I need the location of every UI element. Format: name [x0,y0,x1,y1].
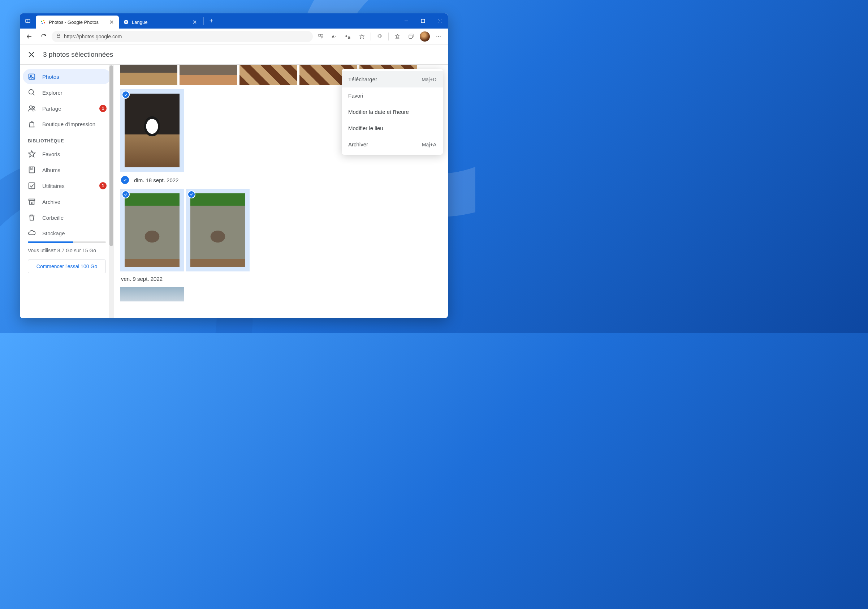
storage-bar [28,241,106,243]
photo-thumbnail-selected[interactable] [186,189,250,272]
cloud-icon [28,229,36,238]
photo-thumbnail[interactable] [239,65,297,85]
svg-point-35 [33,107,35,109]
svg-text:G: G [125,20,127,24]
nav-label: Explorer [42,90,62,96]
url-text: https://photos.google.com [64,34,122,39]
library-header: BIBLIOTHÈQUE [23,133,111,146]
photo-thumbnail-selected[interactable] [120,189,184,272]
titlebar: Photos - Google Photos G Langue + [20,13,448,28]
check-icon [188,191,195,199]
favorites-list-icon[interactable] [391,30,404,43]
tab-title: Langue [132,20,147,25]
svg-rect-15 [321,34,323,36]
menu-item-modifier-date[interactable]: Modifier la date et l'heure [342,104,443,120]
browser-tab-active[interactable]: Photos - Google Photos [36,16,119,28]
lock-icon [56,33,61,39]
storage-cta-button[interactable]: Commencer l'essai 100 Go [28,259,106,273]
more-menu-icon[interactable] [432,30,445,43]
menu-label: Modifier la date et l'heure [348,109,409,115]
close-selection-button[interactable] [27,50,36,59]
storage-usage-text: Vous utilisez 8,7 Go sur 15 Go [28,247,106,255]
svg-rect-38 [29,183,35,189]
translate-icon[interactable]: aあ [342,30,355,43]
favorites-star-icon[interactable] [355,30,369,43]
nav-label: Photos [42,74,59,80]
svg-marker-36 [28,151,35,157]
check-icon [122,91,130,99]
menu-item-favori[interactable]: Favori [342,87,443,104]
sidebar-item-photos[interactable]: Photos [23,69,111,84]
menu-item-archiver[interactable]: Archiver Maj+A [342,136,443,152]
menu-shortcut: Maj+A [422,142,436,148]
check-icon [122,191,130,199]
google-photos-icon [40,19,46,25]
storage-label: Stockage [42,230,65,236]
trash-icon [28,214,36,222]
new-tab-button[interactable]: + [205,13,217,28]
storage-section: Stockage Vous utilisez 8,7 Go sur 15 Go … [23,226,111,278]
svg-rect-0 [26,19,30,22]
minimize-button[interactable] [398,13,415,28]
sidebar-item-corbeille[interactable]: Corbeille [23,210,111,225]
sidebar: Photos Explorer Partage 1 Boutique d'imp… [20,65,114,318]
archive-icon [28,198,36,206]
sidebar-item-explorer[interactable]: Explorer [23,85,111,100]
address-bar[interactable]: https://photos.google.com [52,31,313,42]
back-button[interactable] [23,30,36,43]
tab-close-button[interactable] [192,19,198,25]
svg-text:A: A [332,34,334,38]
menu-item-telecharger[interactable]: Télécharger Maj+D [342,71,443,87]
tab-actions-button[interactable] [20,13,36,28]
sidebar-item-archive[interactable]: Archive [23,194,111,209]
photo-thumbnail[interactable] [120,65,177,85]
check-icon [121,176,129,184]
menu-item-modifier-lieu[interactable]: Modifier le lieu [342,120,443,136]
nav-label: Archive [42,199,60,205]
date-label: dim. 18 sept. 2022 [134,177,178,183]
nav-label: Albums [42,167,60,173]
read-aloud-icon[interactable]: A [328,30,341,43]
sidebar-scrollbar[interactable] [109,65,114,318]
photo-thumbnail[interactable] [120,287,184,301]
content-area: Photos Explorer Partage 1 Boutique d'imp… [20,65,448,318]
sidebar-item-utilitaires[interactable]: Utilitaires 1 [23,178,111,193]
refresh-button[interactable] [37,30,50,43]
photo-thumbnail[interactable] [180,65,237,85]
nav-label: Corbeille [42,215,64,221]
svg-point-25 [436,36,437,37]
browser-tab-inactive[interactable]: G Langue [119,16,202,28]
svg-point-31 [30,75,31,77]
nav-label: Partage [42,106,61,112]
extensions-icon[interactable] [373,30,386,43]
sidebar-item-favoris[interactable]: Favoris [23,146,111,162]
sidebar-item-albums[interactable]: Albums [23,162,111,177]
app-install-icon[interactable] [314,30,327,43]
date-header[interactable]: ven. 9 sept. 2022 [121,276,448,282]
svg-marker-22 [395,34,400,38]
context-menu: Télécharger Maj+D Favori Modifier la dat… [342,69,443,155]
menu-label: Modifier le lieu [348,125,383,131]
date-label: ven. 9 sept. 2022 [121,276,163,282]
maximize-button[interactable] [415,13,431,28]
selection-bar: 3 photos sélectionnées [20,45,448,65]
close-window-button[interactable] [431,13,448,28]
photo-thumbnail-selected[interactable] [120,89,184,172]
menu-label: Télécharger [348,76,377,82]
tab-title: Photos - Google Photos [49,20,99,25]
google-icon: G [123,19,129,25]
badge: 1 [99,182,107,190]
bookmark-icon [28,166,36,174]
profile-avatar[interactable] [418,30,431,43]
svg-rect-14 [319,34,321,36]
svg-point-34 [29,106,32,109]
badge: 1 [99,105,107,112]
tab-close-button[interactable] [109,19,115,25]
sidebar-item-partage[interactable]: Partage 1 [23,101,111,116]
collections-icon[interactable] [405,30,418,43]
date-header[interactable]: dim. 18 sept. 2022 [121,176,448,184]
star-icon [28,150,36,158]
sidebar-item-boutique[interactable]: Boutique d'impression [23,117,111,132]
window-controls [398,13,448,28]
svg-rect-24 [409,35,412,38]
